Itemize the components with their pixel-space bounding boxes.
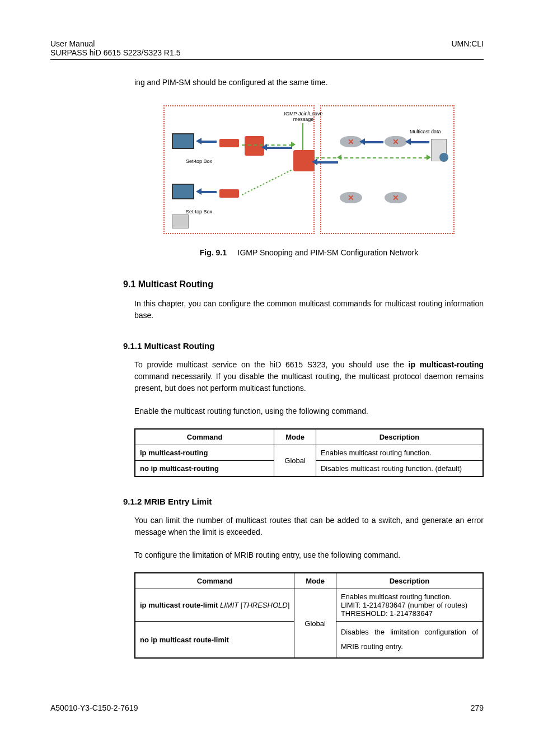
td-cmd: ip multicast-routing [135, 445, 274, 461]
figure-label-stb2: Set-top Box [186, 209, 212, 214]
td-desc: Disables multicast routing function. (de… [316, 461, 483, 477]
th-command: Command [135, 573, 294, 589]
heading-9-1: 9.1 Multicast Routing [123, 279, 484, 290]
footer-left: A50010-Y3-C150-2-7619 [50, 703, 138, 712]
heading-9-1-2: 9.1.2 MRIB Entry Limit [123, 497, 484, 506]
td-desc: Disables the limitation configuration of… [336, 622, 483, 659]
intro-continuation: ing and PIM-SM should be configured at t… [134, 77, 484, 88]
table-9-1-2: Command Mode Description ip multicast ro… [134, 572, 484, 659]
th-mode: Mode [274, 429, 316, 445]
td-cmd: ip multicast route-limit LIMIT [THRESHOL… [135, 589, 294, 622]
figure-label-multicast: Multicast data [410, 129, 441, 134]
para-9-1-1: In this chapter, you can configure the c… [134, 298, 484, 321]
figure-9-1: Set-top Box Set-top Box IGMP Join/Leave … [134, 105, 484, 257]
header-left-line2: SURPASS hiD 6615 S223/S323 R1.5 [50, 48, 180, 57]
footer-right: 279 [471, 703, 484, 712]
td-mode: Global [274, 445, 316, 477]
figure-label-igmp: IGMP Join/Leave message [281, 111, 326, 122]
para-9-1-1-text1: To provide multicast service on the hiD … [134, 359, 484, 394]
table-row: Command Mode Description [135, 429, 483, 445]
svg-line-0 [242, 170, 292, 195]
td-desc: Enables multicast routing function. [316, 445, 483, 461]
table-9-1-1: Command Mode Description ip multicast-ro… [134, 428, 484, 477]
th-description: Description [336, 573, 483, 589]
heading-9-1-1: 9.1.1 Multicast Routing [123, 341, 484, 351]
para-9-1-2-text1: You can limit the number of multicast ro… [134, 515, 484, 538]
header-left-line1: User Manual [50, 39, 180, 48]
th-description: Description [316, 429, 483, 445]
td-cmd: no ip multicast-routing [135, 461, 274, 477]
td-desc: Enables multicast routing function. LIMI… [336, 589, 483, 622]
para-9-1-1-text2: Enable the multicast routing function, u… [134, 405, 484, 417]
header-right: UMN:CLI [451, 39, 484, 57]
figure-caption: Fig. 9.1 IGMP Snooping and PIM-SM Config… [134, 248, 484, 257]
figure-label-stb1: Set-top Box [186, 158, 212, 164]
td-mode: Global [294, 589, 336, 659]
para-9-1-2-text2: To configure the limitation of MRIB rout… [134, 549, 484, 561]
table-row: ip multicast-routing Global Enables mult… [135, 445, 483, 461]
th-command: Command [135, 429, 274, 445]
table-row: ip multicast route-limit LIMIT [THRESHOL… [135, 589, 483, 622]
th-mode: Mode [294, 573, 336, 589]
figure-prefix: Fig. 9.1 [200, 248, 227, 257]
header-divider [50, 59, 484, 60]
table-row: Command Mode Description [135, 573, 483, 589]
figure-caption-text: IGMP Snooping and PIM-SM Configuration N… [238, 248, 419, 257]
td-cmd: no ip multicast route-limit [135, 622, 294, 659]
